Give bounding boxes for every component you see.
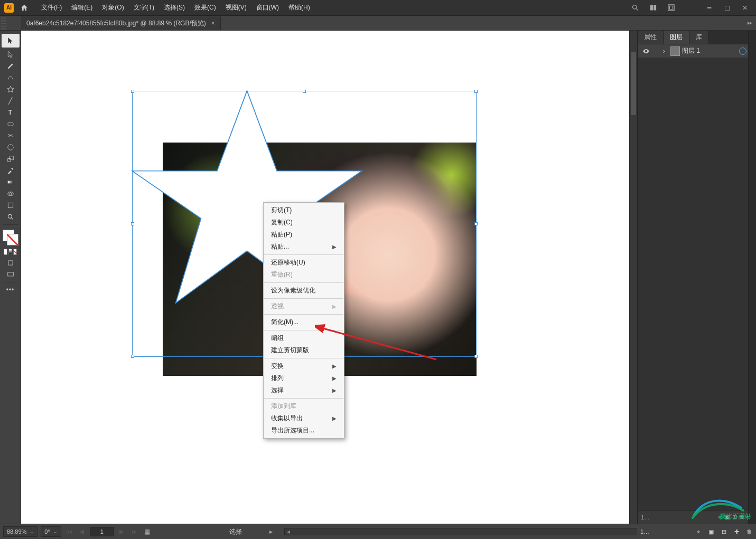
eyedropper-tool[interactable] [3, 165, 18, 176]
color-mode-swatches[interactable] [4, 249, 17, 255]
ctx-arrange[interactable]: 排列▶ [264, 372, 344, 384]
rotation-dropdown[interactable]: 0° ⌄ [41, 526, 61, 537]
selection-tool[interactable] [2, 34, 20, 48]
bbox-handle-br[interactable] [474, 355, 478, 358]
svg-rect-8 [10, 156, 13, 160]
ctx-simplify[interactable]: 简化(M)... [264, 316, 344, 328]
watermark-logo: 极光下载站 [688, 495, 752, 521]
ellipse-tool[interactable] [3, 118, 18, 130]
delete-layer-icon[interactable]: 🗑 [745, 528, 753, 535]
bbox-handle-tr[interactable] [474, 90, 478, 93]
menu-window[interactable]: 窗口(W) [252, 1, 283, 14]
artboard-tool[interactable] [3, 200, 18, 211]
scroll-left-icon[interactable]: ◂ [285, 528, 292, 535]
zoom-dropdown[interactable]: 88.89% ⌄ [3, 526, 38, 537]
menu-select[interactable]: 选择(S) [160, 1, 189, 14]
direct-selection-tool[interactable] [3, 49, 18, 60]
type-tool[interactable]: T [3, 107, 18, 118]
layer-row[interactable]: › 图层 1 [638, 44, 756, 58]
artboard-number-input[interactable]: 1 [90, 527, 114, 536]
window-close-icon[interactable]: ✕ [737, 3, 753, 13]
menu-edit[interactable]: 编辑(E) [67, 1, 97, 14]
bbox-handle-ml[interactable] [131, 222, 134, 225]
document-tab[interactable]: 0af6eb24c5182e7f405855fc5fcf80b.jpg* @ 8… [21, 16, 221, 30]
panel-expand-icon[interactable] [745, 19, 754, 27]
curvature-tool[interactable] [3, 72, 18, 83]
scissors-tool[interactable]: ✂ [3, 130, 18, 141]
ctx-group[interactable]: 编组 [264, 332, 344, 344]
ctx-undo-move[interactable]: 还原移动(U) [264, 257, 344, 269]
canvas[interactable]: 剪切(T) 复制(C) 粘贴(P) 粘贴...▶ 还原移动(U) 重做(R) 设… [21, 31, 637, 524]
ctx-cut[interactable]: 剪切(T) [264, 204, 344, 216]
ctx-transform[interactable]: 变换▶ [264, 360, 344, 372]
options-bar-grip[interactable] [1, 16, 6, 30]
menu-help[interactable]: 帮助(H) [284, 1, 314, 14]
home-icon[interactable] [19, 3, 30, 13]
svg-marker-5 [7, 86, 14, 92]
edit-toolbar-icon[interactable]: ••• [3, 284, 18, 296]
bbox-handle-mr[interactable] [474, 222, 478, 225]
tab-libraries[interactable]: 库 [689, 31, 709, 44]
menu-type[interactable]: 文字(T) [129, 1, 158, 14]
ctx-collect-export[interactable]: 收集以导出▶ [264, 412, 344, 424]
shape-builder-tool[interactable] [3, 188, 18, 200]
context-menu: 剪切(T) 复制(C) 粘贴(P) 粘贴...▶ 还原移动(U) 重做(R) 设… [263, 202, 344, 439]
menu-view[interactable]: 视图(V) [221, 1, 251, 14]
ctx-redo: 重做(R) [264, 269, 344, 281]
bbox-handle-bl[interactable] [131, 355, 134, 358]
draw-mode-icon[interactable] [3, 257, 18, 269]
ctx-pixel-optimize[interactable]: 设为像素级优化 [264, 285, 344, 297]
menu-items: 文件(F) 编辑(E) 对象(O) 文字(T) 选择(S) 效果(C) 视图(V… [37, 1, 314, 14]
visibility-eye-icon[interactable] [640, 46, 652, 56]
scale-tool[interactable] [3, 153, 18, 165]
chevron-right-icon: ▶ [332, 363, 337, 369]
bbox-handle-tl[interactable] [131, 90, 134, 93]
document-tab-close-icon[interactable]: × [211, 20, 215, 27]
layers-scrollbar[interactable] [748, 58, 756, 510]
panel-tabs: 属性 图层 库 ≡ [638, 31, 756, 44]
ctx-make-clipping-mask[interactable]: 建立剪切蒙版 [264, 344, 344, 356]
menu-effect[interactable]: 效果(C) [190, 1, 220, 14]
locate-object-icon[interactable]: ⌖ [695, 528, 702, 535]
svg-rect-12 [8, 203, 13, 207]
arrange-documents-icon[interactable] [649, 4, 657, 12]
window-controls: ━ ▢ ✕ [682, 0, 756, 16]
layer-disclosure-icon[interactable]: › [660, 48, 668, 55]
layer-thumbnail[interactable] [670, 46, 680, 56]
bbox-handle-tm[interactable] [303, 90, 306, 93]
scrollbar-thumb[interactable] [631, 52, 636, 115]
fill-stroke-swatch[interactable] [3, 230, 18, 245]
new-layer-icon[interactable]: ✚ [733, 528, 740, 535]
window-minimize-icon[interactable]: ━ [701, 3, 717, 13]
ctx-paste-sub[interactable]: 粘贴...▶ [264, 241, 344, 253]
gradient-tool[interactable] [3, 176, 18, 188]
menu-object[interactable]: 对象(O) [98, 1, 128, 14]
pen-tool[interactable] [3, 60, 18, 72]
status-flyout-icon[interactable]: ▸ [266, 527, 276, 536]
make-clipping-mask-icon[interactable]: ▣ [707, 528, 715, 535]
canvas-vertical-scrollbar[interactable] [629, 31, 637, 524]
stroke-color-swatch[interactable] [7, 234, 18, 245]
tab-properties[interactable]: 属性 [638, 31, 664, 44]
ctx-paste[interactable]: 粘贴(P) [264, 229, 344, 241]
menu-file[interactable]: 文件(F) [37, 1, 66, 14]
new-sublayer-icon[interactable]: ⊞ [720, 528, 727, 535]
workspace-switcher-icon[interactable] [667, 4, 675, 12]
tab-layers[interactable]: 图层 [664, 31, 689, 44]
svg-rect-2 [654, 5, 656, 11]
zoom-tool[interactable] [3, 211, 18, 223]
ctx-copy[interactable]: 复制(C) [264, 216, 344, 229]
rotate-tool[interactable] [3, 141, 18, 153]
tool-separator-2 [3, 282, 18, 282]
ctx-export-selection[interactable]: 导出所选项目... [264, 424, 344, 437]
ctx-select[interactable]: 选择▶ [264, 384, 344, 396]
layer-target-icon[interactable] [739, 48, 746, 55]
search-icon[interactable] [631, 4, 639, 12]
screen-mode-icon[interactable] [3, 269, 18, 280]
line-segment-tool[interactable]: ╱ [3, 95, 18, 107]
artboard-navigator-icon[interactable]: ▦ [143, 527, 152, 536]
window-maximize-icon[interactable]: ▢ [719, 3, 735, 13]
svg-rect-9 [7, 181, 13, 184]
star-tool[interactable] [3, 83, 18, 95]
layer-name[interactable]: 图层 1 [682, 46, 739, 55]
